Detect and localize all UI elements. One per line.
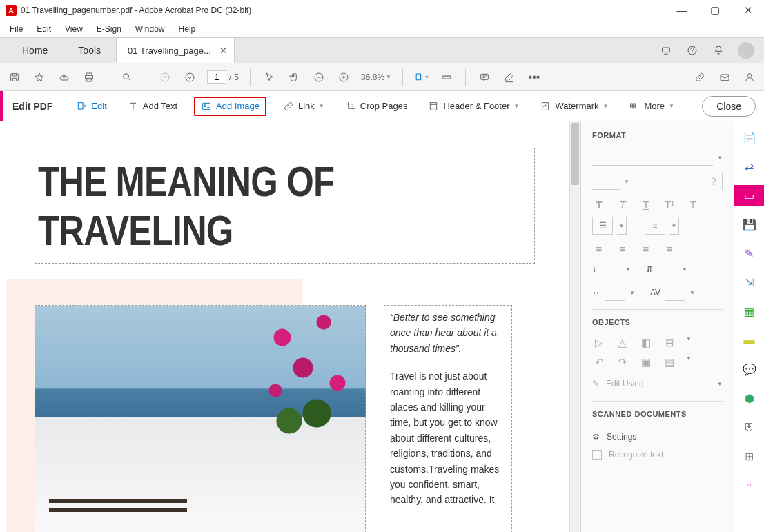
align-justify-icon[interactable]: ≡ bbox=[663, 242, 676, 255]
align-left-icon[interactable]: ≡ bbox=[592, 242, 606, 255]
rotate-cw-icon[interactable]: ↷ bbox=[616, 355, 629, 369]
link-share-icon[interactable] bbox=[692, 70, 707, 85]
menu-edit[interactable]: Edit bbox=[31, 23, 57, 35]
char-spacing-icon[interactable]: AV bbox=[650, 288, 660, 297]
link-button[interactable]: Link▼ bbox=[279, 98, 329, 115]
more-tools-icon[interactable]: ••• bbox=[527, 70, 542, 85]
pointer-icon[interactable] bbox=[262, 70, 277, 85]
tab-document[interactable]: 01 Travelling_page... ✕ bbox=[116, 38, 235, 63]
align-object-icon[interactable]: ⊟ bbox=[663, 336, 676, 350]
save-icon[interactable] bbox=[7, 70, 22, 85]
crop-object-icon[interactable]: ◧ bbox=[639, 336, 653, 350]
bold-icon[interactable]: T bbox=[592, 197, 606, 211]
fit-icon[interactable]: ▼ bbox=[414, 70, 429, 85]
format-panel: FORMAT ▼ ▼? T T T T¹ T ☰▼ ≡▼ ≡ ≡ ≡ ≡ ↕▼ … bbox=[580, 121, 734, 532]
page-number-input[interactable] bbox=[207, 70, 226, 84]
zoom-level[interactable]: 86.8% ▼ bbox=[361, 72, 391, 82]
svg-point-15 bbox=[747, 73, 751, 77]
svg-rect-13 bbox=[481, 74, 489, 79]
highlight-icon[interactable] bbox=[502, 70, 517, 85]
star-icon[interactable] bbox=[32, 70, 47, 85]
rail-sign-icon[interactable]: ✎ bbox=[739, 243, 760, 264]
replace-image-icon[interactable]: ▣ bbox=[639, 355, 653, 369]
flip-v-icon[interactable]: △ bbox=[616, 336, 629, 350]
menu-help[interactable]: Help bbox=[173, 23, 202, 35]
font-family-select[interactable] bbox=[592, 149, 713, 166]
profile-avatar[interactable] bbox=[738, 42, 754, 59]
rail-create-icon[interactable]: 📄 bbox=[739, 127, 760, 148]
main-toolbar: / 5 86.8% ▼ ▼ ••• bbox=[0, 63, 764, 91]
horizontal-scale-icon[interactable]: ↔ bbox=[592, 288, 600, 297]
rail-export-icon[interactable]: 💾 bbox=[739, 214, 760, 235]
rail-edit-icon[interactable]: ▭ bbox=[734, 185, 765, 206]
align-right-icon[interactable]: ≡ bbox=[639, 242, 653, 255]
device-icon[interactable] bbox=[659, 43, 673, 57]
cloud-icon[interactable] bbox=[57, 70, 72, 85]
add-image-button[interactable]: Add Image bbox=[194, 97, 266, 116]
align-center-icon[interactable]: ≡ bbox=[616, 242, 629, 255]
page-up-icon[interactable] bbox=[157, 70, 173, 85]
text-color-icon[interactable]: T bbox=[686, 197, 700, 211]
zoom-out-icon[interactable] bbox=[311, 70, 326, 85]
menu-esign[interactable]: E-Sign bbox=[91, 23, 127, 35]
page-down-icon[interactable] bbox=[182, 70, 197, 85]
document-heading-box[interactable]: THE MEANING OF TRAVELING bbox=[35, 148, 535, 264]
rail-more-icon[interactable]: ▫ bbox=[739, 475, 760, 495]
rail-protect-icon[interactable]: ⬢ bbox=[739, 388, 760, 408]
close-window-button[interactable]: ✕ bbox=[738, 4, 758, 17]
zoom-in-icon[interactable] bbox=[336, 70, 351, 85]
add-text-button[interactable]: Add Text bbox=[124, 98, 182, 115]
paragraph-spacing-icon[interactable]: ⇵ bbox=[646, 264, 653, 274]
tab-tools[interactable]: Tools bbox=[63, 38, 116, 63]
crop-button[interactable]: Crop Pages bbox=[341, 98, 412, 115]
edit-using-button[interactable]: ✎ Edit Using...▼ bbox=[592, 375, 723, 393]
rail-comment-icon[interactable]: 💬 bbox=[739, 359, 760, 380]
hand-icon[interactable] bbox=[286, 70, 302, 85]
rail-redact-icon[interactable]: ▬ bbox=[739, 330, 760, 351]
help-box[interactable]: ? bbox=[705, 173, 723, 190]
line-spacing-icon[interactable]: ↕ bbox=[592, 264, 596, 274]
rail-organize-icon[interactable]: ⇲ bbox=[739, 272, 760, 293]
rail-shield-icon[interactable]: ⛨ bbox=[739, 417, 760, 437]
account-icon[interactable] bbox=[742, 70, 757, 85]
close-edit-button[interactable]: Close bbox=[702, 96, 756, 117]
watermark-button[interactable]: Watermark▼ bbox=[536, 98, 612, 115]
ruler-icon[interactable] bbox=[439, 70, 454, 85]
right-rail: 📄 ⇄ ▭ 💾 ✎ ⇲ ▦ ▬ 💬 ⬢ ⛨ ⊞ ▫ bbox=[734, 121, 764, 532]
help-icon[interactable] bbox=[685, 43, 699, 57]
minimize-button[interactable]: ― bbox=[672, 4, 692, 17]
bell-icon[interactable] bbox=[712, 43, 725, 57]
maximize-button[interactable]: ▢ bbox=[705, 4, 725, 17]
vertical-scrollbar[interactable] bbox=[569, 121, 580, 532]
mail-icon[interactable] bbox=[717, 70, 732, 85]
settings-button[interactable]: ⚙ Settings bbox=[592, 428, 723, 446]
bullet-list-icon[interactable]: ☰ bbox=[592, 217, 613, 235]
rotate-ccw-icon[interactable]: ↶ bbox=[592, 355, 606, 369]
print-icon[interactable] bbox=[81, 70, 97, 85]
number-list-icon[interactable]: ≡ bbox=[645, 217, 665, 235]
underline-icon[interactable]: T bbox=[639, 197, 653, 211]
superscript-icon[interactable]: T¹ bbox=[663, 197, 676, 211]
font-size-select[interactable] bbox=[592, 173, 620, 190]
document-image[interactable] bbox=[35, 305, 366, 532]
search-icon[interactable] bbox=[119, 70, 135, 85]
rail-compress-icon[interactable]: ▦ bbox=[739, 301, 760, 322]
menu-file[interactable]: File bbox=[4, 23, 28, 35]
recognize-text-checkbox[interactable]: Recognize text bbox=[592, 446, 723, 464]
document-pane[interactable]: THE MEANING OF TRAVELING “Better to see … bbox=[0, 121, 569, 532]
more-button[interactable]: More▼ bbox=[625, 98, 678, 115]
header-footer-button[interactable]: Header & Footer▼ bbox=[424, 98, 523, 115]
italic-icon[interactable]: T bbox=[616, 197, 629, 211]
rail-media-icon[interactable]: ⊞ bbox=[739, 446, 760, 466]
comment-icon[interactable] bbox=[477, 70, 492, 85]
edit-button[interactable]: Edit bbox=[72, 98, 110, 115]
flip-h-icon[interactable]: ▷ bbox=[592, 336, 606, 350]
tab-home[interactable]: Home bbox=[7, 38, 63, 63]
svg-rect-0 bbox=[663, 48, 670, 52]
document-text-column[interactable]: “Better to see something once than hear … bbox=[384, 305, 512, 532]
rail-combine-icon[interactable]: ⇄ bbox=[739, 156, 760, 177]
tab-close-icon[interactable]: ✕ bbox=[219, 46, 227, 56]
menu-window[interactable]: Window bbox=[130, 23, 170, 35]
menu-view[interactable]: View bbox=[59, 23, 88, 35]
arrange-icon[interactable]: ▤ bbox=[663, 355, 676, 369]
